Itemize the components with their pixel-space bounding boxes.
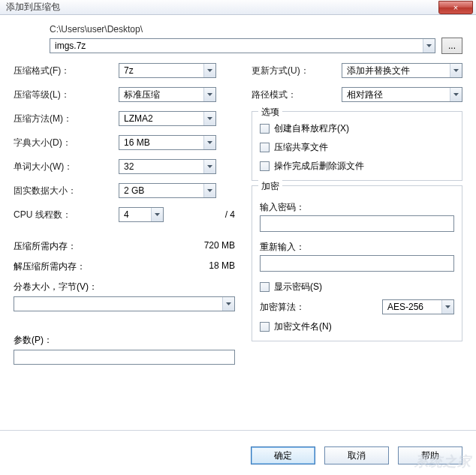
titlebar: 添加到压缩包 × [0, 0, 476, 15]
chevron-down-icon [151, 208, 163, 221]
password-input[interactable] [260, 215, 454, 232]
level-value: 标准压缩 [119, 88, 203, 101]
update-combo[interactable]: 添加并替换文件 [342, 63, 462, 78]
password-label: 输入密码： [260, 201, 454, 214]
enc-method-label: 加密算法： [260, 301, 378, 314]
sfx-label: 创建自释放程序(X) [274, 122, 349, 135]
memc-value: 720 MB [204, 240, 235, 253]
delete-checkbox[interactable]: 操作完成后删除源文件 [260, 160, 454, 173]
chevron-down-icon [203, 160, 215, 173]
archive-filename-value: imgs.7z [50, 39, 423, 53]
pathmode-label: 路径模式： [252, 89, 342, 101]
memd-label: 解压缩所需内存： [14, 260, 86, 273]
show-password-label: 显示密码(S) [274, 281, 322, 293]
pathmode-value: 相对路径 [342, 88, 450, 101]
update-label: 更新方式(U)： [252, 65, 342, 77]
solid-label: 固实数据大小： [14, 185, 119, 197]
dict-label: 字典大小(D)： [14, 137, 119, 149]
checkbox-icon [260, 124, 270, 134]
delete-label: 操作完成后删除源文件 [274, 160, 364, 173]
help-button[interactable]: 帮助 [398, 446, 462, 464]
chevron-down-icon [203, 112, 215, 125]
chevron-down-icon [450, 64, 462, 77]
format-combo[interactable]: 7z [119, 63, 216, 78]
encryption-legend: 加密 [258, 180, 282, 193]
update-value: 添加并替换文件 [342, 64, 450, 77]
params-input[interactable] [14, 350, 235, 365]
level-label: 压缩等级(L)： [14, 89, 119, 101]
checkbox-icon [260, 143, 270, 152]
checkbox-icon [260, 322, 270, 332]
method-value: LZMA2 [119, 112, 203, 125]
chevron-down-icon [450, 88, 462, 101]
format-value: 7z [119, 64, 203, 77]
checkbox-icon [260, 282, 270, 292]
options-legend: 选项 [258, 106, 282, 119]
method-label: 压缩方法(M)： [14, 113, 119, 125]
encrypt-names-checkbox[interactable]: 加密文件名(N) [260, 320, 454, 333]
encrypt-names-label: 加密文件名(N) [274, 320, 332, 333]
solid-combo[interactable]: 2 GB [119, 183, 216, 198]
cpu-value: 4 [119, 208, 151, 221]
archive-filename-combo[interactable]: imgs.7z [50, 38, 435, 53]
filename-row: imgs.7z ... [0, 38, 476, 63]
chevron-down-icon [203, 88, 215, 101]
chevron-down-icon [203, 64, 215, 77]
chevron-down-icon [203, 136, 215, 149]
memc-label: 压缩所需内存： [14, 240, 77, 253]
ok-label: 确定 [274, 449, 292, 462]
pathmode-combo[interactable]: 相对路径 [342, 87, 462, 102]
cancel-label: 取消 [348, 449, 366, 462]
ellipsis-icon: ... [448, 41, 456, 51]
format-label: 压缩格式(F)： [14, 65, 119, 77]
solid-value: 2 GB [119, 184, 203, 197]
window-title: 添加到压缩包 [6, 1, 60, 14]
close-icon: × [453, 3, 458, 12]
show-password-checkbox[interactable]: 显示密码(S) [260, 281, 454, 293]
params-label: 参数(P)： [14, 334, 235, 347]
right-column: 更新方式(U)： 添加并替换文件 路径模式： 相对路径 选项 [252, 63, 462, 365]
cpu-total: / 4 [225, 209, 235, 220]
volume-label: 分卷大小，字节(V)： [14, 281, 235, 293]
dict-combo[interactable]: 16 MB [119, 135, 216, 150]
ok-button[interactable]: 确定 [251, 446, 315, 464]
chevron-down-icon [203, 184, 215, 197]
path-label: C:\Users\user\Desktop\ [0, 15, 476, 38]
help-label: 帮助 [421, 449, 439, 462]
level-combo[interactable]: 标准压缩 [119, 87, 216, 102]
word-label: 单词大小(W)： [14, 161, 119, 173]
repassword-input[interactable] [260, 255, 454, 272]
checkbox-icon [260, 161, 270, 171]
browse-button[interactable]: ... [441, 38, 462, 54]
cpu-label: CPU 线程数： [14, 209, 119, 221]
volume-combo[interactable] [14, 296, 235, 311]
word-combo[interactable]: 32 [119, 159, 216, 174]
left-column: 压缩格式(F)： 7z 压缩等级(L)： 标准压缩 压缩方法(M)： [14, 63, 235, 365]
button-bar: 确定 取消 帮助 [0, 446, 476, 464]
memd-value: 18 MB [209, 260, 235, 273]
encryption-group: 加密 输入密码： 重新输入： 显示密码(S) 加密算法： AES-256 加密文… [252, 185, 462, 341]
cpu-combo[interactable]: 4 [119, 207, 164, 222]
dict-value: 16 MB [119, 136, 203, 149]
options-group: 选项 创建自释放程序(X) 压缩共享文件 操作完成后删除源文件 [252, 111, 462, 181]
enc-method-combo[interactable]: AES-256 [382, 299, 454, 314]
word-value: 32 [119, 160, 203, 173]
chevron-down-icon [441, 300, 453, 314]
form-columns: 压缩格式(F)： 7z 压缩等级(L)： 标准压缩 压缩方法(M)： [0, 63, 476, 365]
enc-method-value: AES-256 [383, 300, 441, 314]
share-checkbox[interactable]: 压缩共享文件 [260, 141, 454, 154]
method-combo[interactable]: LZMA2 [119, 111, 216, 126]
chevron-down-icon [423, 39, 435, 53]
close-button[interactable]: × [438, 1, 473, 14]
sfx-checkbox[interactable]: 创建自释放程序(X) [260, 122, 454, 135]
chevron-down-icon [222, 297, 234, 311]
cancel-button[interactable]: 取消 [324, 446, 389, 464]
divider [0, 430, 476, 431]
share-label: 压缩共享文件 [274, 141, 328, 154]
repassword-label: 重新输入： [260, 241, 454, 254]
